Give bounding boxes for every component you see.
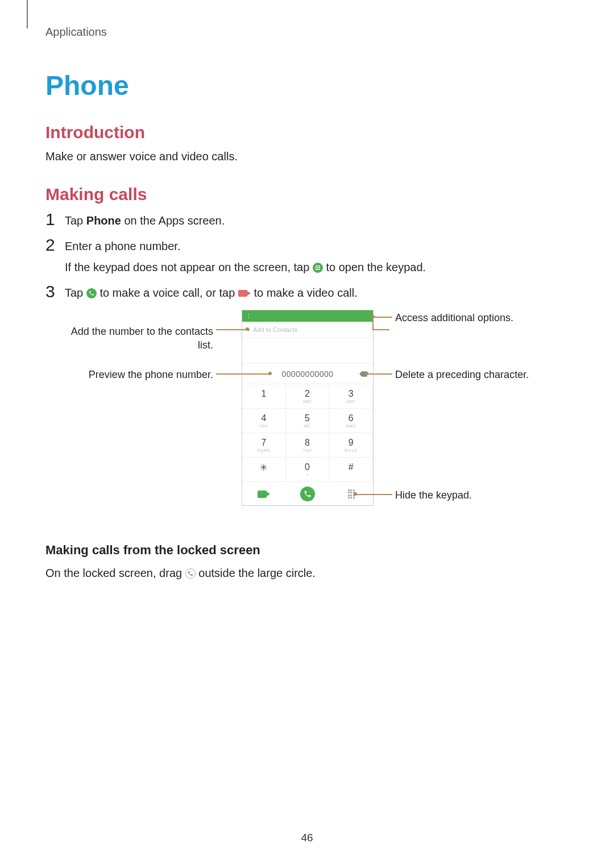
- key-8: 8TUV: [286, 433, 330, 458]
- page-number: 46: [0, 832, 614, 844]
- step-1: 1 Tap Phone on the Apps screen.: [45, 212, 569, 230]
- locked-screen-paragraph: On the locked screen, drag outside the l…: [45, 564, 569, 582]
- callout-add-contact: Add the number to the contacts list.: [68, 325, 213, 352]
- step-2-line2a: If the keypad does not appear on the scr…: [65, 261, 313, 273]
- video-call-icon: [238, 289, 251, 297]
- callout-hide-keypad: Hide the keypad.: [395, 488, 537, 502]
- callout-preview-number: Preview the phone number.: [51, 368, 213, 381]
- callout-delete-char: Delete a preceding character.: [395, 368, 566, 381]
- margin-rule: [27, 0, 28, 28]
- section-heading-making-calls: Making calls: [45, 185, 569, 204]
- keypad-icon: [313, 263, 323, 273]
- subsection-heading-locked-screen: Making calls from the locked screen: [45, 543, 569, 558]
- key-4: 4GHI: [242, 409, 286, 433]
- key-2: 2ABC: [286, 384, 330, 409]
- key-7: 7PQRS: [242, 433, 286, 458]
- voice-call-button: [286, 482, 330, 506]
- step-2-line2b: to open the keypad.: [326, 261, 426, 273]
- callout-additional-options: Access additional options.: [395, 311, 554, 325]
- key-star: ✳: [242, 458, 286, 482]
- locked-text-b: outside the large circle.: [198, 567, 316, 579]
- step-3-c: to make a video call.: [254, 286, 357, 299]
- key-hash: #: [329, 458, 373, 482]
- phone-shortcut-icon: [185, 568, 196, 579]
- locked-text-a: On the locked screen, drag: [45, 567, 185, 579]
- step-number: 1: [45, 211, 65, 228]
- step-3: 3 Tap to make a voice call, or tap to ma…: [45, 284, 569, 302]
- step-1-bold: Phone: [86, 214, 121, 227]
- video-call-button: [242, 482, 286, 506]
- add-contact-label: Add to Contacts: [253, 326, 297, 333]
- step-number: 2: [45, 236, 65, 254]
- step-1-text-post: on the Apps screen.: [121, 214, 225, 227]
- breadcrumb: Applications: [45, 26, 569, 39]
- key-5: 5JKL: [286, 409, 330, 433]
- key-1: 1: [242, 384, 286, 409]
- step-1-text-pre: Tap: [65, 214, 86, 227]
- step-3-b: to make a voice call, or tap: [99, 286, 238, 299]
- section-heading-introduction: Introduction: [45, 123, 569, 142]
- step-3-a: Tap: [65, 286, 86, 299]
- key-3: 3DEF: [329, 384, 373, 409]
- phone-topbar: ⋮: [242, 310, 373, 322]
- key-6: 6MNO: [329, 409, 373, 433]
- phone-mockup: ⋮ + Add to Contacts 00000000000 1 2ABC 3…: [242, 310, 374, 506]
- voice-call-icon: [86, 288, 97, 298]
- key-9: 9WXYZ: [329, 433, 373, 458]
- dialer-figure: ⋮ + Add to Contacts 00000000000 1 2ABC 3…: [45, 310, 569, 526]
- step-2: 2 Enter a phone number. If the keypad do…: [45, 238, 569, 276]
- step-number: 3: [45, 283, 65, 300]
- more-options-icon: ⋮: [246, 313, 252, 319]
- number-preview: 00000000000: [281, 369, 333, 379]
- intro-paragraph: Make or answer voice and video calls.: [45, 150, 569, 163]
- step-2-line1: Enter a phone number.: [65, 238, 569, 255]
- key-0: 0+: [286, 458, 330, 482]
- spacer: [242, 338, 373, 364]
- keypad-grid: 1 2ABC 3DEF 4GHI 5JKL 6MNO 7PQRS 8TUV 9W…: [242, 384, 373, 482]
- page-title: Phone: [45, 70, 569, 101]
- add-to-contacts-row: + Add to Contacts: [242, 322, 373, 338]
